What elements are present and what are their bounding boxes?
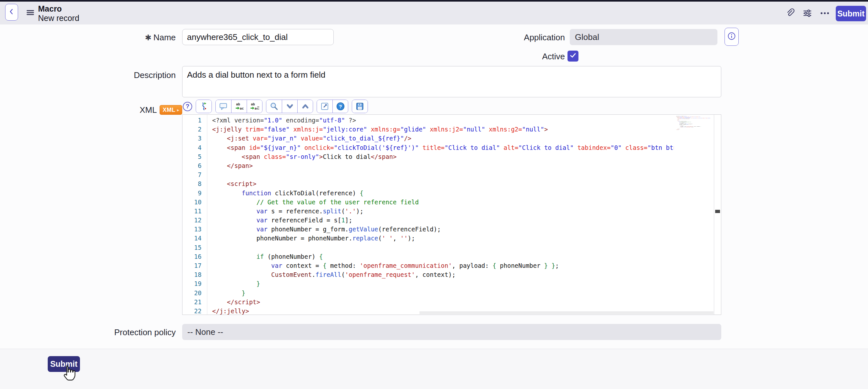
code-line: <script> bbox=[212, 179, 674, 188]
line-number: 17 bbox=[183, 261, 207, 270]
submit-button-footer[interactable]: Submit bbox=[48, 356, 80, 372]
toolbar-button-group: ? bbox=[317, 100, 348, 113]
back-button[interactable] bbox=[5, 4, 18, 21]
line-number: 13 bbox=[183, 225, 207, 234]
line-number: 15 bbox=[183, 243, 207, 252]
description-label: Description bbox=[79, 70, 176, 80]
line-number: 16 bbox=[183, 252, 207, 261]
toolbar-button-group bbox=[352, 100, 368, 113]
code-line: // Get the value of the user reference f… bbox=[212, 198, 674, 206]
format-code-button[interactable] bbox=[196, 100, 212, 113]
protection-policy-field: -- None -- bbox=[182, 324, 721, 340]
application-info-button[interactable] bbox=[724, 28, 739, 46]
code-line: <span class="sr-only">Click to dial</spa… bbox=[212, 152, 674, 161]
line-number: 22 bbox=[183, 306, 207, 315]
help-circle-icon: ? bbox=[336, 102, 345, 111]
chevron-up-icon bbox=[301, 102, 310, 111]
search-icon bbox=[270, 102, 279, 111]
code-line: var referenceField = s[1]; bbox=[212, 216, 674, 225]
field-help-button[interactable]: ? bbox=[183, 102, 192, 111]
form-footer bbox=[0, 349, 868, 389]
code-line: } bbox=[212, 288, 674, 297]
name-input[interactable] bbox=[182, 29, 334, 45]
editor-help-button[interactable]: ? bbox=[333, 100, 348, 113]
form-context-menu-button[interactable] bbox=[26, 9, 35, 18]
code-line: <span id="${jvar_n}" onclick="clickToDia… bbox=[212, 143, 674, 152]
ellipsis-icon bbox=[819, 11, 830, 17]
comment-icon bbox=[219, 102, 228, 111]
personalize-form-button[interactable] bbox=[801, 7, 814, 20]
svg-text:ab: ab bbox=[251, 102, 255, 106]
application-label: Application bbox=[468, 33, 565, 42]
toolbar-groups: abacabac? bbox=[196, 100, 368, 113]
active-label: Active bbox=[468, 52, 565, 62]
toolbar-button-group: abacabac bbox=[215, 100, 262, 113]
save-button[interactable] bbox=[352, 100, 368, 113]
find-previous-button[interactable] bbox=[297, 100, 313, 113]
save-icon bbox=[355, 102, 364, 111]
code-line: <j:jelly trim="false" xmlns:j="jelly:cor… bbox=[212, 125, 674, 134]
code-line: } bbox=[212, 279, 674, 288]
format-icon bbox=[199, 102, 208, 111]
xml-label: XML bbox=[140, 105, 157, 115]
vertical-scrollbar[interactable] bbox=[714, 115, 721, 315]
attachment-button[interactable] bbox=[783, 7, 797, 20]
info-circle-icon bbox=[727, 31, 737, 42]
xml-badge-label: XML bbox=[162, 107, 176, 114]
code-line: CustomEvent.fireAll('openframe_request',… bbox=[212, 270, 674, 279]
line-number: 18 bbox=[183, 270, 207, 279]
code-line: var context = { method: 'openframe_commu… bbox=[212, 261, 674, 270]
toolbar-button-group bbox=[266, 100, 313, 113]
code-line: <?xml version="1.0" encoding="utf-8" ?> bbox=[212, 116, 674, 125]
record-type-title: Macro bbox=[38, 4, 79, 13]
submit-button-header[interactable]: Submit bbox=[836, 6, 866, 21]
line-number: 4 bbox=[183, 143, 207, 152]
code-line bbox=[212, 170, 674, 179]
xml-badge-button[interactable]: XML ▸ bbox=[160, 105, 182, 115]
line-number: 10 bbox=[183, 198, 207, 206]
gutter-border bbox=[207, 115, 207, 315]
toggle-comment-button[interactable] bbox=[216, 100, 231, 113]
code-minimap-content: <?xml version="1.0" encoding="utf-8" ?><… bbox=[676, 116, 710, 130]
xml-badge-arrow-icon: ▸ bbox=[177, 108, 179, 112]
line-number: 3 bbox=[183, 134, 207, 143]
header-bar: Macro New record Submit bbox=[0, 2, 868, 25]
code-line: if (phoneNumber) { bbox=[212, 252, 674, 261]
code-line bbox=[212, 243, 674, 252]
code-lines: <?xml version="1.0" encoding="utf-8" ?><… bbox=[212, 116, 674, 315]
replace-icon: abac bbox=[235, 102, 244, 111]
line-number: 6 bbox=[183, 161, 207, 170]
search-button[interactable] bbox=[266, 100, 282, 113]
chevron-left-icon bbox=[7, 7, 16, 18]
line-number: 5 bbox=[183, 152, 207, 161]
description-textarea[interactable]: Adds a dial button next to a form field bbox=[182, 66, 721, 97]
svg-text:ab: ab bbox=[236, 102, 240, 106]
mandatory-indicator: ✱ bbox=[145, 33, 152, 42]
line-number: 8 bbox=[183, 179, 207, 188]
code-line: </script> bbox=[212, 297, 674, 306]
page-title: Macro New record bbox=[38, 4, 79, 23]
code-line: </span> bbox=[212, 161, 674, 170]
chevron-down-icon bbox=[285, 102, 294, 111]
sliders-icon bbox=[802, 8, 812, 20]
active-checkbox[interactable] bbox=[567, 51, 579, 62]
line-number: 19 bbox=[183, 279, 207, 288]
line-number: 11 bbox=[183, 206, 207, 216]
line-number-gutter: 12345678910111213141516171819202122 bbox=[183, 116, 207, 315]
replace-button[interactable]: abac bbox=[231, 100, 247, 113]
fullscreen-button[interactable] bbox=[317, 100, 333, 113]
scrollbar-thumb[interactable] bbox=[715, 210, 720, 213]
replace-all-button[interactable]: abac bbox=[247, 100, 262, 113]
line-number: 21 bbox=[183, 297, 207, 306]
hamburger-icon bbox=[26, 8, 35, 19]
find-next-button[interactable] bbox=[282, 100, 297, 113]
more-options-button[interactable] bbox=[818, 7, 831, 20]
popout-icon bbox=[320, 102, 329, 111]
code-area[interactable]: <?xml version="1.0" encoding="utf-8" ?><… bbox=[212, 116, 674, 315]
xml-code-editor[interactable]: 12345678910111213141516171819202122 <?xm… bbox=[182, 115, 721, 315]
code-line: </j:jelly> bbox=[676, 130, 710, 130]
code-line: <j:set var="jvar_n" value="click_to_dial… bbox=[212, 134, 674, 143]
code-line: phoneNumber = phoneNumber.replace(' ', '… bbox=[212, 234, 674, 243]
horizontal-scrollbar[interactable] bbox=[420, 311, 714, 314]
application-field: Global bbox=[570, 29, 717, 45]
